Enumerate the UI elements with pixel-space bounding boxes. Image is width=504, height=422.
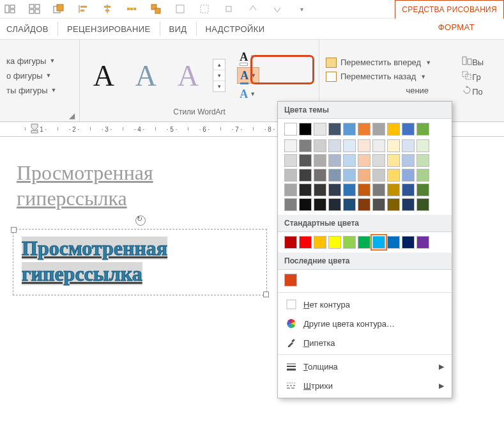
color-swatch[interactable] (284, 169, 297, 182)
distribute-icon[interactable] (125, 3, 138, 15)
color-swatch[interactable] (387, 184, 400, 196)
color-swatch[interactable] (314, 154, 326, 167)
color-swatch[interactable] (314, 236, 326, 249)
qa-icon[interactable] (174, 3, 187, 15)
qa-icon[interactable] (247, 3, 259, 15)
qa-icon[interactable] (28, 3, 41, 15)
dialog-launcher-icon[interactable]: ◢ (68, 111, 75, 119)
color-swatch[interactable] (402, 139, 415, 152)
color-swatch[interactable] (416, 139, 429, 152)
color-swatch[interactable] (416, 169, 429, 182)
color-swatch[interactable] (328, 169, 341, 182)
color-swatch[interactable] (343, 154, 356, 167)
color-swatch[interactable] (358, 154, 370, 167)
qa-icon[interactable] (4, 3, 17, 15)
color-swatch[interactable] (372, 139, 385, 152)
align-button-partial[interactable]: Вы (462, 56, 484, 67)
qa-icon[interactable] (271, 3, 284, 15)
color-swatch[interactable] (358, 123, 370, 136)
group-button-partial[interactable]: Гр (462, 71, 484, 82)
qa-icon[interactable] (52, 3, 65, 15)
color-swatch[interactable] (358, 169, 370, 182)
color-swatch[interactable] (372, 123, 385, 136)
color-swatch[interactable] (299, 139, 312, 152)
color-swatch[interactable] (402, 198, 415, 211)
color-swatch[interactable] (284, 154, 297, 167)
color-swatch[interactable] (358, 139, 370, 152)
group-icon[interactable] (149, 3, 162, 15)
color-swatch[interactable] (284, 274, 297, 286)
no-outline-item[interactable]: Нет контура (278, 295, 452, 314)
color-swatch[interactable] (314, 169, 326, 182)
bring-forward-button[interactable]: Переместить вперед▼ (326, 58, 431, 68)
shape-outline-button[interactable]: о фигуры▼ (6, 71, 56, 81)
rotate-button-partial[interactable]: По (462, 86, 484, 97)
tab-addins[interactable]: НАДСТРОЙКИ (206, 24, 265, 34)
color-swatch[interactable] (402, 123, 415, 136)
dashes-submenu[interactable]: Штрихи▶ (278, 376, 452, 395)
tab-slides[interactable]: СЛАЙДОВ (6, 24, 49, 34)
color-swatch[interactable] (314, 139, 326, 152)
color-swatch[interactable] (343, 198, 356, 211)
color-swatch[interactable] (299, 236, 312, 249)
color-swatch[interactable] (387, 169, 400, 182)
color-swatch[interactable] (372, 236, 385, 249)
color-swatch[interactable] (387, 139, 400, 152)
color-swatch[interactable] (299, 154, 312, 167)
color-swatch[interactable] (372, 184, 385, 196)
color-swatch[interactable] (284, 139, 297, 152)
color-swatch[interactable] (328, 154, 341, 167)
rotate-handle-icon[interactable] (135, 215, 146, 226)
color-swatch[interactable] (416, 123, 429, 136)
wordart-style-3[interactable]: А (171, 59, 205, 91)
align-left-icon[interactable] (77, 3, 89, 15)
color-swatch[interactable] (402, 154, 415, 167)
contextual-tab-drawing-tools[interactable]: СРЕДСТВА РИСОВАНИЯ (395, 0, 504, 19)
visited-hyperlink-text-2[interactable]: Просмотреннаягиперссылка (22, 235, 167, 286)
selection-pane-partial[interactable]: чение (326, 86, 431, 95)
color-swatch[interactable] (402, 169, 415, 182)
color-swatch[interactable] (299, 169, 312, 182)
color-swatch[interactable] (387, 154, 400, 167)
text-fill-button[interactable]: A▼ (237, 49, 259, 65)
color-swatch[interactable] (314, 123, 326, 136)
qa-icon[interactable] (222, 3, 235, 15)
color-swatch[interactable] (343, 236, 356, 249)
color-swatch[interactable] (328, 236, 341, 249)
color-swatch[interactable] (328, 198, 341, 211)
color-swatch[interactable] (343, 169, 356, 182)
color-swatch[interactable] (358, 184, 370, 196)
color-swatch[interactable] (387, 123, 400, 136)
color-swatch[interactable] (299, 184, 312, 196)
weight-submenu[interactable]: Толщина▶ (278, 357, 452, 376)
color-swatch[interactable] (328, 184, 341, 196)
color-swatch[interactable] (299, 123, 312, 136)
wordart-style-1[interactable]: А (86, 59, 121, 91)
color-swatch[interactable] (314, 198, 326, 211)
color-swatch[interactable] (372, 169, 385, 182)
tab-format[interactable]: ФОРМАТ (438, 22, 475, 32)
color-swatch[interactable] (416, 236, 429, 249)
shape-fill-button[interactable]: ка фигуры▼ (6, 56, 56, 66)
wordart-style-2[interactable]: А (128, 59, 163, 91)
eyedropper-item[interactable]: Пипетка (278, 333, 452, 352)
shape-effects-button[interactable]: ты фигуры▼ (6, 86, 56, 95)
text-outline-button[interactable]: A▼ (237, 67, 259, 84)
align-center-icon[interactable] (101, 3, 114, 15)
color-swatch[interactable] (343, 123, 356, 136)
color-swatch[interactable] (372, 198, 385, 211)
qa-more-icon[interactable]: ▾ (295, 3, 308, 15)
color-swatch[interactable] (299, 198, 312, 211)
tab-review[interactable]: РЕЦЕНЗИРОВАНИЕ (67, 24, 151, 34)
color-swatch[interactable] (284, 198, 297, 211)
color-swatch[interactable] (328, 139, 341, 152)
text-effects-button[interactable]: A▼ (237, 86, 259, 102)
tab-view[interactable]: ВИД (169, 24, 187, 34)
color-swatch[interactable] (358, 198, 370, 211)
color-swatch[interactable] (387, 236, 400, 249)
color-swatch[interactable] (343, 139, 356, 152)
color-swatch[interactable] (416, 184, 429, 196)
color-swatch[interactable] (314, 184, 326, 196)
color-swatch[interactable] (358, 236, 370, 249)
color-swatch[interactable] (387, 198, 400, 211)
